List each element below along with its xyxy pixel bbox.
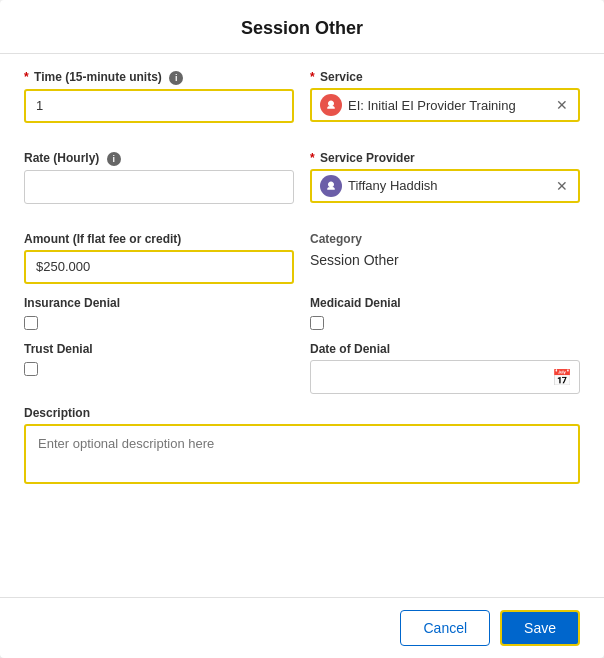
date-denial-label: Date of Denial <box>310 342 580 356</box>
provider-chip-label: Tiffany Haddish <box>348 178 548 193</box>
provider-label: * Service Provider <box>310 151 580 165</box>
insurance-denial-checkbox[interactable] <box>24 316 38 330</box>
description-field-group: Description <box>24 406 580 581</box>
time-required-star: * <box>24 70 29 84</box>
date-denial-wrap: 📅 <box>310 360 580 394</box>
rate-field-group: Rate (Hourly) i <box>24 151 294 204</box>
save-button[interactable]: Save <box>500 610 580 646</box>
provider-chip-icon <box>320 175 342 197</box>
trust-denial-checkbox[interactable] <box>24 362 38 376</box>
medicaid-denial-wrap <box>310 316 580 330</box>
provider-required-star: * <box>310 151 315 165</box>
rate-label: Rate (Hourly) i <box>24 151 294 166</box>
service-field-group: * Service EI: Initial EI Provider Traini… <box>310 70 580 122</box>
cancel-button[interactable]: Cancel <box>400 610 490 646</box>
insurance-denial-wrap <box>24 316 294 330</box>
service-label: * Service <box>310 70 580 84</box>
trust-denial-group: Trust Denial <box>24 342 294 376</box>
session-other-dialog: Session Other * Time (15-minute units) i… <box>0 0 604 658</box>
provider-chip-field[interactable]: Tiffany Haddish ✕ <box>310 169 580 203</box>
description-textarea[interactable] <box>24 424 580 484</box>
service-chip-icon <box>320 94 342 116</box>
insurance-denial-label: Insurance Denial <box>24 296 294 310</box>
category-field-group: Category Session Other <box>310 232 580 272</box>
row-trust-date: Trust Denial Date of Denial 📅 <box>24 342 580 394</box>
date-denial-group: Date of Denial 📅 <box>310 342 580 394</box>
dialog-title: Session Other <box>0 0 604 54</box>
time-input[interactable] <box>24 89 294 123</box>
category-label: Category <box>310 232 580 246</box>
date-denial-input[interactable] <box>310 360 580 394</box>
time-info-icon[interactable]: i <box>169 71 183 85</box>
rate-input[interactable] <box>24 170 294 204</box>
row-rate-provider: Rate (Hourly) i * Service Provider <box>24 151 580 204</box>
amount-field-group: Amount (If flat fee or credit) <box>24 232 294 284</box>
provider-chip-close[interactable]: ✕ <box>554 177 570 195</box>
time-label: * Time (15-minute units) i <box>24 70 294 85</box>
amount-input[interactable] <box>24 250 294 284</box>
insurance-denial-group: Insurance Denial <box>24 296 294 330</box>
row-time-service: * Time (15-minute units) i * Service <box>24 70 580 123</box>
service-required-star: * <box>310 70 315 84</box>
row-insurance-medicaid: Insurance Denial Medicaid Denial <box>24 296 580 330</box>
time-field-group: * Time (15-minute units) i <box>24 70 294 123</box>
calendar-icon[interactable]: 📅 <box>552 367 572 386</box>
provider-field-group: * Service Provider Tiffany Haddish ✕ <box>310 151 580 203</box>
dialog-footer: Cancel Save <box>0 597 604 658</box>
trust-denial-label: Trust Denial <box>24 342 294 356</box>
description-label: Description <box>24 406 580 420</box>
rate-info-icon[interactable]: i <box>107 152 121 166</box>
medicaid-denial-group: Medicaid Denial <box>310 296 580 330</box>
medicaid-denial-checkbox[interactable] <box>310 316 324 330</box>
service-chip-label: EI: Initial EI Provider Training <box>348 98 548 113</box>
dialog-body: * Time (15-minute units) i * Service <box>0 54 604 597</box>
medicaid-denial-label: Medicaid Denial <box>310 296 580 310</box>
category-value: Session Other <box>310 248 580 272</box>
service-chip-close[interactable]: ✕ <box>554 96 570 114</box>
amount-label: Amount (If flat fee or credit) <box>24 232 294 246</box>
service-chip-field[interactable]: EI: Initial EI Provider Training ✕ <box>310 88 580 122</box>
row-amount-category: Amount (If flat fee or credit) Category … <box>24 232 580 284</box>
trust-denial-wrap <box>24 362 294 376</box>
